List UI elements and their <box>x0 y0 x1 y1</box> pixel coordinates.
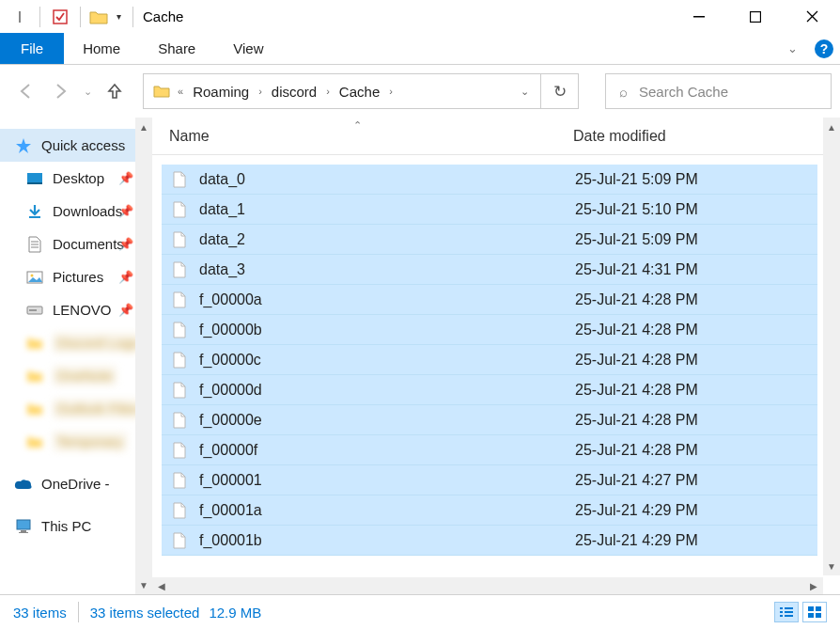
close-button[interactable] <box>784 0 840 33</box>
sidebar-item-documents[interactable]: Documents 📌 <box>0 228 135 260</box>
sidebar-item-onedrive[interactable]: OneDrive - <box>0 467 135 500</box>
vertical-scrollbar[interactable]: ▲ ▼ <box>823 118 840 575</box>
scroll-up-icon[interactable]: ▲ <box>135 118 152 136</box>
breadcrumb-overflow-icon[interactable]: « <box>174 86 187 97</box>
sidebar-item-blurred[interactable]: Outlook Files <box>0 392 135 425</box>
pin-icon: 📌 <box>118 204 133 218</box>
ribbon-collapse-icon[interactable]: ⌄ <box>776 33 808 64</box>
sidebar-item-pictures[interactable]: Pictures 📌 <box>0 260 135 293</box>
search-input[interactable] <box>639 84 817 100</box>
file-name: f_000001 <box>199 472 575 489</box>
this-pc-icon <box>13 516 34 537</box>
sidebar-item-blurred[interactable]: Discord Logs <box>0 326 135 359</box>
scroll-right-icon[interactable]: ▶ <box>804 577 823 594</box>
sidebar-item-lenovo[interactable]: LENOVO 📌 <box>0 293 135 326</box>
breadcrumb-item[interactable]: discord <box>268 84 320 100</box>
forward-button[interactable] <box>50 78 70 104</box>
separator <box>80 7 81 27</box>
status-selected-size: 12.9 MB <box>209 605 261 621</box>
file-row[interactable]: f_00001a25-Jul-21 4:29 PM <box>162 495 817 526</box>
sidebar-scrollbar[interactable]: ▲ ▼ <box>135 118 152 594</box>
sidebar-item-blurred[interactable]: OneNote <box>0 359 135 392</box>
document-icon <box>24 234 45 255</box>
sidebar-item-quick-access[interactable]: Quick access <box>0 129 135 162</box>
svg-rect-10 <box>29 309 37 311</box>
file-name: f_00000b <box>199 322 575 338</box>
star-icon <box>13 135 34 156</box>
search-box[interactable]: ⌕ <box>605 73 832 109</box>
title-bar: ▾ Cache <box>0 0 840 33</box>
address-dropdown-icon[interactable]: ⌄ <box>517 86 533 98</box>
svg-rect-11 <box>17 520 30 529</box>
view-thumbnails-button[interactable] <box>802 602 827 622</box>
sidebar-label: Downloads <box>53 203 122 219</box>
refresh-button[interactable]: ↻ <box>540 74 578 108</box>
svg-rect-5 <box>27 182 42 184</box>
file-row[interactable]: f_00000c25-Jul-21 4:28 PM <box>162 345 817 375</box>
scroll-up-icon[interactable]: ▲ <box>823 118 840 136</box>
sidebar-item-this-pc[interactable]: This PC <box>0 510 135 543</box>
file-row[interactable]: f_00000e25-Jul-21 4:28 PM <box>162 405 817 435</box>
scroll-down-icon[interactable]: ▼ <box>135 575 152 594</box>
file-date: 25-Jul-21 5:09 PM <box>575 171 817 188</box>
tab-share[interactable]: Share <box>139 33 214 64</box>
scroll-left-icon[interactable]: ◀ <box>152 577 171 594</box>
tab-home[interactable]: Home <box>64 33 139 64</box>
svg-rect-13 <box>19 532 28 533</box>
main-content: Quick access Desktop 📌 Downloads 📌 Docum… <box>0 118 840 594</box>
breadcrumb-item[interactable]: Roaming <box>189 84 253 100</box>
file-list-pane: ⌃ Name Date modified data_025-Jul-21 5:0… <box>152 118 840 594</box>
file-row[interactable]: data_025-Jul-21 5:09 PM <box>162 165 817 195</box>
file-row[interactable]: data_225-Jul-21 5:09 PM <box>162 225 817 255</box>
status-item-count: 33 items <box>13 605 67 621</box>
chevron-right-icon[interactable]: › <box>255 86 266 97</box>
file-row[interactable]: f_00000d25-Jul-21 4:28 PM <box>162 375 817 405</box>
up-button[interactable] <box>105 78 124 104</box>
svg-rect-18 <box>780 615 783 617</box>
sidebar-item-downloads[interactable]: Downloads 📌 <box>0 195 135 228</box>
chevron-right-icon[interactable]: › <box>385 86 397 97</box>
properties-icon[interactable] <box>48 5 72 29</box>
tab-view[interactable]: View <box>214 33 282 64</box>
file-row[interactable]: f_00000125-Jul-21 4:27 PM <box>162 465 817 495</box>
view-mode-buttons <box>774 602 827 622</box>
column-header-date[interactable]: Date modified <box>573 128 840 145</box>
address-bar[interactable]: « Roaming › discord › Cache › ⌄ <box>144 74 540 108</box>
quick-access-toolbar: ▾ <box>0 5 137 29</box>
file-icon <box>169 410 190 431</box>
chevron-right-icon[interactable]: › <box>322 86 334 97</box>
svg-rect-17 <box>785 611 793 613</box>
back-button[interactable] <box>16 78 37 104</box>
svg-rect-15 <box>785 607 793 609</box>
scroll-down-icon[interactable]: ▼ <box>823 557 840 575</box>
file-icon <box>169 320 190 340</box>
file-row[interactable]: f_00001b25-Jul-21 4:29 PM <box>162 526 817 556</box>
onedrive-icon <box>13 474 34 495</box>
file-row[interactable]: f_00000b25-Jul-21 4:28 PM <box>162 315 817 345</box>
separator <box>39 7 40 27</box>
breadcrumb-item[interactable]: Cache <box>335 84 383 100</box>
file-icon <box>169 500 190 521</box>
recent-dropdown-icon[interactable]: ⌄ <box>84 78 92 104</box>
file-date: 25-Jul-21 4:28 PM <box>575 322 817 338</box>
minimize-button[interactable] <box>671 0 727 33</box>
search-icon: ⌕ <box>619 84 628 100</box>
file-row[interactable]: data_325-Jul-21 4:31 PM <box>162 255 817 285</box>
sidebar-item-blurred[interactable]: Temporary <box>0 425 135 458</box>
sidebar-item-desktop[interactable]: Desktop 📌 <box>0 162 135 195</box>
file-row[interactable]: f_00000a25-Jul-21 4:28 PM <box>162 285 817 315</box>
qat-dropdown-icon[interactable]: ▾ <box>113 11 125 22</box>
svg-rect-3 <box>751 11 761 22</box>
tab-file[interactable]: File <box>0 33 64 64</box>
maximize-button[interactable] <box>727 0 784 33</box>
file-icon <box>169 440 190 461</box>
file-row[interactable]: data_125-Jul-21 5:10 PM <box>162 195 817 225</box>
view-details-button[interactable] <box>774 602 799 622</box>
help-button[interactable]: ? <box>808 33 840 64</box>
column-header-name[interactable]: Name <box>169 128 573 145</box>
pin-icon: 📌 <box>118 171 133 185</box>
horizontal-scrollbar[interactable]: ◀ ▶ <box>152 577 823 594</box>
file-icon <box>169 290 190 310</box>
sidebar-label: Temporary <box>53 432 127 451</box>
file-row[interactable]: f_00000f25-Jul-21 4:28 PM <box>162 435 817 465</box>
